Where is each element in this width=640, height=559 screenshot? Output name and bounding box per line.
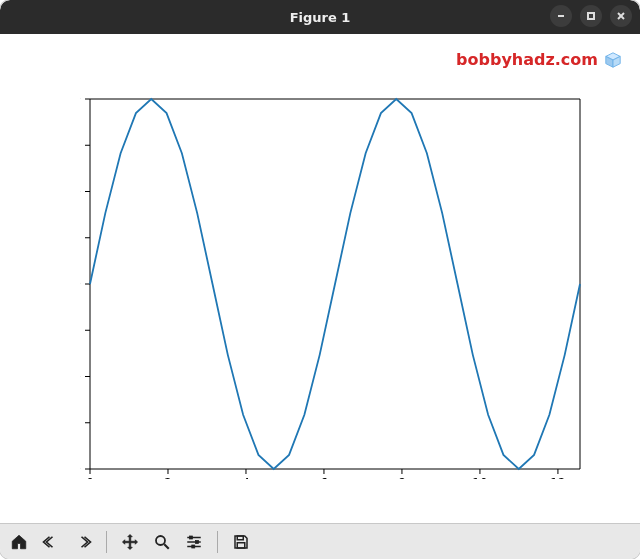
svg-text:8: 8 [398,476,406,479]
window-controls [550,5,632,27]
save-button[interactable] [230,531,252,553]
svg-text:0.25: 0.25 [80,231,81,245]
pan-button[interactable] [119,531,141,553]
svg-line-44 [164,544,169,549]
forward-button[interactable] [72,531,94,553]
svg-text:10: 10 [472,476,487,479]
svg-text:2: 2 [164,476,172,479]
svg-text:1.00: 1.00 [80,92,81,106]
minimize-icon [556,11,566,21]
home-icon [10,533,28,551]
svg-text:4: 4 [242,476,250,479]
svg-text:12: 12 [550,476,565,479]
svg-rect-52 [237,543,245,548]
svg-rect-50 [192,545,195,548]
svg-text:0.50: 0.50 [80,185,81,199]
svg-text:-0.75: -0.75 [80,416,81,430]
svg-text:0.75: 0.75 [80,138,81,152]
svg-rect-46 [190,536,193,539]
watermark: bobbyhadz.com [456,50,622,69]
configure-button[interactable] [183,531,205,553]
svg-text:0: 0 [86,476,94,479]
move-icon [121,533,139,551]
svg-point-43 [156,536,165,545]
toolbar-separator [106,531,107,553]
window-title: Figure 1 [290,10,351,25]
svg-rect-1 [588,13,594,19]
close-icon [616,11,626,21]
svg-text:-1.00: -1.00 [80,462,81,476]
svg-rect-51 [237,536,243,540]
svg-rect-48 [196,541,199,544]
cube-icon [604,51,622,69]
maximize-button[interactable] [580,5,602,27]
svg-text:6: 6 [320,476,328,479]
home-button[interactable] [8,531,30,553]
zoom-button[interactable] [151,531,173,553]
arrow-right-icon [74,533,92,551]
svg-text:0.00: 0.00 [80,277,81,291]
zoom-icon [153,533,171,551]
svg-text:-0.25: -0.25 [80,323,81,337]
maximize-icon [586,11,596,21]
matplotlib-toolbar [0,523,640,559]
watermark-text: bobbyhadz.com [456,50,598,69]
sliders-icon [185,533,203,551]
app-window: Figure 1 bobbyhadz.com 024681012-1.00-0.… [0,0,640,559]
titlebar: Figure 1 [0,0,640,34]
minimize-button[interactable] [550,5,572,27]
back-button[interactable] [40,531,62,553]
arrow-left-icon [42,533,60,551]
svg-text:-0.50: -0.50 [80,370,81,384]
close-button[interactable] [610,5,632,27]
figure-canvas: bobbyhadz.com 024681012-1.00-0.75-0.50-0… [0,34,640,523]
plot-area: 024681012-1.00-0.75-0.50-0.250.000.250.5… [80,89,590,479]
toolbar-separator [217,531,218,553]
save-icon [232,533,250,551]
